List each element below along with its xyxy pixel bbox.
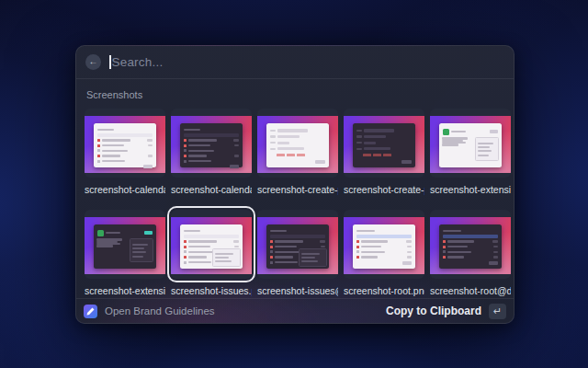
search-input[interactable]: Search... — [112, 55, 164, 69]
thumbnail-image — [344, 116, 424, 173]
header-divider — [76, 78, 514, 79]
screenshot-grid-item: screenshot-calendar... — [171, 109, 252, 195]
screenshot-thumbnail[interactable] — [171, 109, 252, 178]
brand-pencil-icon — [84, 305, 97, 318]
open-brand-guidelines-label[interactable]: Open Brand Guidelines — [105, 305, 215, 316]
screenshot-thumbnail[interactable] — [85, 210, 165, 279]
pencil-icon — [86, 307, 95, 316]
text-caret — [109, 55, 111, 69]
footer-bar: Open Brand Guidelines Copy to Clipboard … — [76, 298, 514, 323]
screenshot-thumbnail[interactable] — [85, 109, 165, 178]
thumbnail-image — [171, 116, 252, 173]
enter-keycap[interactable]: ↵ — [489, 304, 506, 319]
screenshot-grid-item: screenshot-root.png — [344, 210, 424, 296]
screenshot-thumbnail[interactable] — [257, 210, 338, 279]
screenshot-grid-item: screenshot-issues@d... — [257, 210, 338, 296]
thumbnail-filename: screenshot-issues.png — [171, 285, 252, 296]
thumbnail-filename: screenshot-calendar... — [171, 184, 252, 195]
thumbnail-image — [344, 217, 424, 274]
enter-key-icon: ↵ — [493, 305, 502, 317]
thumbnail-image — [257, 217, 338, 274]
screenshot-grid-item: screenshot-issues.png — [171, 210, 252, 296]
thumbnail-filename: screenshot-create-pr... — [344, 184, 424, 195]
screenshot-thumbnail[interactable] — [257, 109, 338, 178]
thumbnail-filename: screenshot-root.png — [344, 285, 424, 296]
thumbnail-filename: screenshot-calendar.... — [85, 184, 165, 195]
command-palette-window: ← Search... Screenshots screenshot-calen… — [75, 45, 514, 324]
back-button[interactable]: ← — [85, 54, 101, 70]
screenshot-grid-item: screenshot-create-pr... — [257, 109, 338, 195]
thumbnail-image — [85, 116, 165, 173]
thumbnail-filename: screenshot-issues@d... — [257, 285, 338, 296]
thumbnail-image — [430, 217, 511, 274]
copy-to-clipboard-label[interactable]: Copy to Clipboard — [386, 305, 481, 317]
screenshot-thumbnail[interactable] — [430, 109, 511, 178]
search-bar[interactable]: ← Search... — [76, 46, 514, 78]
screenshot-grid: screenshot-calendar....screenshot-calend… — [76, 100, 514, 296]
thumbnail-filename: screenshot-extension... — [430, 184, 511, 195]
thumbnail-image — [430, 116, 511, 173]
arrow-left-icon: ← — [89, 56, 98, 66]
screenshot-grid-item: screenshot-extension... — [430, 109, 511, 195]
section-title: Screenshots — [86, 89, 514, 100]
thumbnail-image — [85, 217, 165, 274]
screenshot-grid-item: screenshot-create-pr... — [344, 109, 424, 195]
screenshot-thumbnail[interactable] — [171, 210, 252, 279]
screenshot-thumbnail[interactable] — [430, 210, 511, 279]
thumbnail-image — [257, 116, 338, 173]
screenshot-thumbnail[interactable] — [344, 210, 424, 279]
thumbnail-filename: screenshot-root@dar... — [430, 285, 511, 296]
screenshot-grid-item: screenshot-extension... — [85, 210, 165, 296]
screenshot-grid-item: screenshot-root@dar... — [430, 210, 511, 296]
thumbnail-filename: screenshot-create-pr... — [257, 184, 338, 195]
thumbnail-filename: screenshot-extension... — [85, 285, 165, 296]
thumbnail-image — [171, 217, 252, 274]
screenshot-thumbnail[interactable] — [344, 109, 424, 178]
screenshot-grid-item: screenshot-calendar.... — [85, 109, 165, 195]
